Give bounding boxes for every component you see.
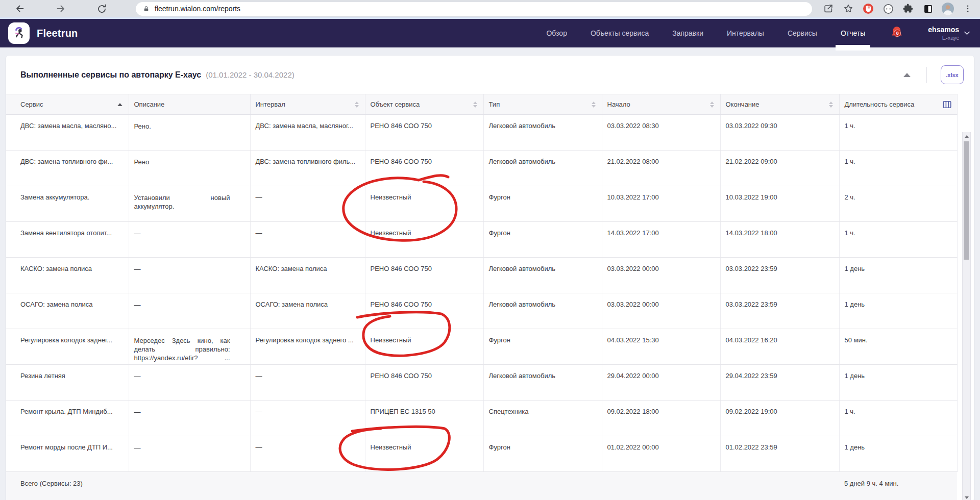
column-header-description[interactable]: Описание: [129, 94, 250, 115]
scrollbar-up-button[interactable]: [963, 135, 970, 138]
columns-icon[interactable]: [942, 100, 952, 109]
adblock-hand-icon: [862, 3, 874, 15]
notifications-button[interactable]: 8: [889, 24, 905, 42]
table-row[interactable]: Замена вентилятора отопит... — — Неизвес…: [6, 222, 957, 258]
sort-both-icon: [473, 102, 477, 108]
table-zone: Сервис Описание Интервал Объект сервиса …: [6, 94, 974, 500]
adblock-extension-button[interactable]: [862, 3, 874, 15]
url-text: fleetrun.wialon.com/reports: [155, 5, 240, 13]
share-button[interactable]: [822, 3, 835, 15]
user-name: ehsamos: [928, 26, 959, 34]
dark-mode-square-icon: [923, 4, 934, 14]
user-org: E-хаус: [928, 35, 959, 41]
back-button[interactable]: [13, 2, 27, 15]
totals-duration: 5 дней 9 ч. 4 мин.: [839, 472, 957, 500]
column-header-interval[interactable]: Интервал: [250, 94, 365, 115]
table-row[interactable]: Регулировка колодок заднег... Мерседес З…: [6, 329, 957, 365]
brand-name: Fleetrun: [37, 28, 78, 39]
table-row[interactable]: Резина летняя — — РЕНО 846 СОО 750 Легко…: [6, 365, 957, 401]
nav-item-intervals[interactable]: Интервалы: [715, 19, 776, 47]
lock-icon: [143, 5, 150, 13]
browser-menu-button[interactable]: [962, 3, 974, 15]
table-footer-row: Всего (Сервисы: 23) 5 дней 9 ч. 4 мин.: [6, 472, 957, 500]
main-nav: Обзор Объекты сервиса Заправки Интервалы…: [534, 19, 877, 47]
column-header-service[interactable]: Сервис: [6, 94, 129, 115]
profile-avatar[interactable]: [942, 3, 954, 15]
page-body: Выполненные сервисы по автопарку Е-хаус …: [0, 56, 980, 500]
report-header-bar: Выполненные сервисы по автопарку Е-хаус …: [6, 56, 974, 94]
scrollbar-up-icon: [965, 135, 969, 138]
report-title: Выполненные сервисы по автопарку Е-хаус: [20, 70, 201, 80]
browser-chrome: fleetrun.wialon.com/reports: [0, 0, 980, 17]
xlsx-export-button[interactable]: .xlsx: [941, 65, 964, 84]
table-row[interactable]: ДВС: замена топливного фи... Рено ДВС: з…: [6, 151, 957, 186]
table-row[interactable]: КАСКО: замена полиса — КАСКО: замена пол…: [6, 258, 957, 293]
table-row[interactable]: ОСАГО: замена полиса — ОСАГО: замена пол…: [6, 293, 957, 329]
sort-both-icon: [710, 102, 714, 108]
table-header-row: Сервис Описание Интервал Объект сервиса …: [6, 94, 957, 115]
address-bar[interactable]: fleetrun.wialon.com/reports: [136, 2, 812, 16]
table-row[interactable]: Ремонт морды после ДТП И... — — Неизвест…: [6, 436, 957, 472]
table-row[interactable]: Замена аккумулятора. Установили новый ак…: [6, 186, 957, 222]
table-scrollbar[interactable]: [962, 132, 971, 500]
scrollbar-thumb[interactable]: [964, 141, 969, 260]
fleetrun-mascot-icon: [10, 24, 28, 42]
extension-circle-button[interactable]: [882, 3, 894, 15]
forward-button[interactable]: [54, 2, 67, 15]
fleetrun-logo[interactable]: [8, 22, 30, 44]
extensions-button[interactable]: [902, 3, 914, 15]
totals-label: Всего (Сервисы: 23): [6, 472, 129, 500]
user-menu[interactable]: ehsamos E-хаус: [928, 26, 970, 41]
nav-item-reports[interactable]: Отчеты: [829, 19, 877, 47]
sort-asc-icon: [117, 103, 122, 106]
bookmark-button[interactable]: [842, 3, 854, 15]
app-header: Fleetrun Обзор Объекты сервиса Заправки …: [0, 17, 980, 47]
column-header-duration[interactable]: Длительность сервиса: [839, 94, 957, 115]
scrollbar-down-icon: [965, 496, 969, 499]
nav-item-service-units[interactable]: Объекты сервиса: [579, 19, 660, 47]
chevron-down-icon: [964, 31, 970, 35]
extensions-puzzle-icon: [902, 3, 914, 14]
sort-both-icon: [829, 102, 833, 108]
table-row[interactable]: ДВС: замена масла, масляно... Рено. ДВС:…: [6, 115, 957, 151]
report-period: (01.01.2022 - 30.04.2022): [206, 70, 294, 79]
column-header-start[interactable]: Начало: [602, 94, 720, 115]
forward-icon: [55, 3, 66, 14]
table-row[interactable]: Ремонт крыла. ДТП Миндиб... — — ПРИЦЕП Е…: [6, 401, 957, 436]
share-icon: [823, 3, 834, 14]
nav-item-services[interactable]: Сервисы: [776, 19, 829, 47]
avatar-icon: [942, 2, 954, 15]
column-header-unit[interactable]: Объект сервиса: [365, 94, 483, 115]
reload-icon: [96, 4, 107, 14]
nav-item-overview[interactable]: Обзор: [534, 19, 578, 47]
reload-button[interactable]: [95, 2, 108, 15]
theme-extension-button[interactable]: [922, 3, 934, 15]
report-card: Выполненные сервисы по автопарку Е-хаус …: [6, 56, 974, 500]
circle-extension-icon: [883, 3, 894, 15]
sort-both-icon: [592, 102, 596, 108]
collapse-report-button[interactable]: [903, 73, 911, 77]
column-header-end[interactable]: Окончание: [720, 94, 839, 115]
scrollbar-down-button[interactable]: [963, 496, 970, 499]
sort-both-icon: [355, 102, 359, 108]
bookmark-star-icon: [843, 3, 854, 14]
nav-item-fillings[interactable]: Заправки: [660, 19, 715, 47]
services-table: Сервис Описание Интервал Объект сервиса …: [6, 94, 958, 500]
header-divider: [926, 67, 927, 83]
back-icon: [14, 3, 26, 14]
column-header-type[interactable]: Тип: [483, 94, 602, 115]
kebab-menu-icon: [963, 4, 972, 13]
